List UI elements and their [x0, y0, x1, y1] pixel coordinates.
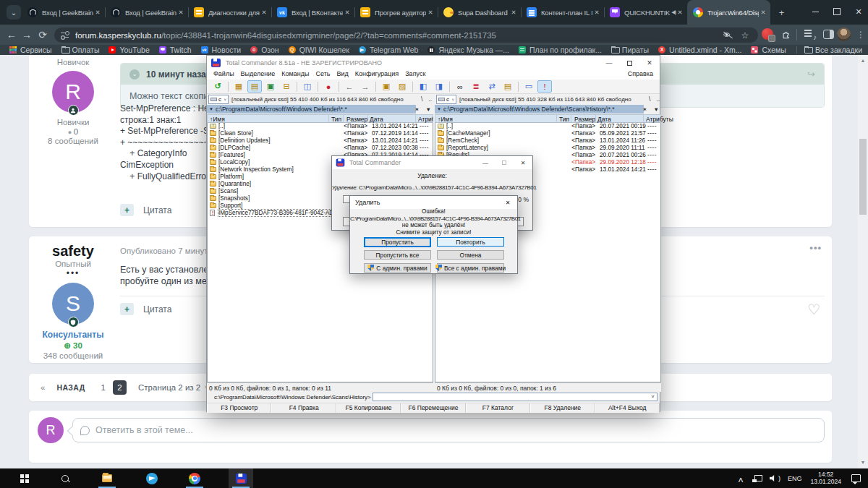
tc-netfolder-icon[interactable]: ▤ [501, 80, 515, 93]
file-row[interactable]: [CacheManager] <Папка> 05.09.2021 21:57 … [436, 130, 661, 137]
quote-share-icon[interactable]: ↪ [807, 69, 815, 80]
browser-tab[interactable]: Вход | GeekBrains - о ✕ [105, 0, 188, 25]
scroll-down-icon[interactable]: ▼ [858, 458, 868, 467]
bookmark-item[interactable]: QIWI Кошелек [289, 46, 349, 54]
new-tab-button[interactable]: + [775, 7, 788, 19]
browser-tab[interactable]: Прогрев аудитории ✕ [354, 0, 438, 25]
tc-menu-item[interactable]: Конфигурация [355, 70, 399, 80]
tab-search-button[interactable]: ⌄ [7, 5, 21, 20]
all-bookmarks-button[interactable]: Все закладки [796, 45, 862, 55]
tc-column-size[interactable]: Размер [346, 116, 367, 123]
bookmark-item[interactable]: Сервисы [9, 46, 52, 54]
tc-fn-button[interactable]: F5 Копирование [336, 403, 401, 413]
error-button-4[interactable]: Отмена [437, 250, 504, 260]
tab-close-icon[interactable]: ✕ [426, 8, 435, 17]
tc-search-icon[interactable]: ∞ [453, 80, 467, 93]
file-row[interactable]: [DLPCache] <Папка> 07.12.2023 00:38 ---- [208, 145, 433, 152]
tc-column-name[interactable]: ↑Имя [210, 116, 225, 123]
tc-menu-item[interactable]: Запуск [405, 70, 425, 80]
pagination-back[interactable]: НАЗАД [56, 383, 85, 392]
tc-compare-icon[interactable]: ≣ [469, 80, 483, 93]
tc-minimize-button[interactable]: — [599, 56, 619, 70]
dialog-minimize-button[interactable]: — [476, 156, 495, 169]
tc-quick-view-icon[interactable]: ◫ [300, 80, 315, 93]
tc-menu-item[interactable]: Команды [281, 70, 309, 80]
bookmark-item[interactable]: YouTube [109, 46, 149, 54]
tc-left-drive-combo[interactable]: c˅ [208, 95, 229, 104]
browser-tab[interactable]: Supa Dashboard ✕ [438, 0, 521, 25]
site-info-icon[interactable] [61, 31, 69, 40]
tc-tree-view-icon[interactable]: ⊟ [279, 80, 294, 93]
bookmark-item[interactable]: Untitled.xmind - Xm... [658, 46, 741, 54]
dialog-close-button[interactable]: ✕ [514, 156, 532, 169]
file-row[interactable]: [..] <Папка> 13.01.2024 14:21 ---- [208, 123, 433, 130]
pagination-page-2-current[interactable]: 2 [113, 380, 127, 395]
column-separator[interactable] [595, 115, 596, 122]
tc-menu-item[interactable]: Выделение [241, 70, 276, 80]
hidden-eye-icon[interactable] [722, 30, 733, 41]
tc-fn-button[interactable]: F7 Каталог [466, 403, 530, 413]
tc-back-icon[interactable]: ← [342, 80, 357, 93]
taskbar-chrome-button[interactable] [182, 468, 207, 488]
tc-fn-button[interactable]: Alt+F4 Выход [595, 403, 660, 413]
taskbar-telegram-button[interactable] [140, 468, 164, 488]
column-separator[interactable] [328, 115, 329, 122]
scrollbar-thumb[interactable] [859, 139, 867, 215]
tab-close-icon[interactable]: ✕ [592, 8, 601, 17]
error-button-5[interactable]: С админ. правами [364, 263, 431, 273]
extensions-puzzle-icon[interactable] [781, 29, 792, 40]
file-row[interactable]: [Clean Store] <Папка> 07.12.2019 14:14 -… [208, 130, 433, 137]
browser-tab[interactable]: Вход | ВКонтакте ✕ [271, 0, 354, 25]
browser-tab[interactable]: Trojan:Win64/Disguis ✕ [687, 0, 770, 25]
taskbar-explorer-button[interactable] [95, 468, 119, 488]
tc-menu-help[interactable]: Справка [628, 70, 653, 80]
tc-notes-icon[interactable]: ! [537, 80, 552, 93]
tc-menu-item[interactable]: Файлы [213, 70, 234, 80]
tc-pack-icon[interactable]: ▣ [379, 80, 393, 93]
page-scrollbar[interactable]: ▲ ▼ [858, 55, 868, 468]
file-row[interactable]: [..] <Папка> 20.07.2021 00:19 ---- [436, 123, 661, 130]
bookmark-item[interactable]: Новости [201, 46, 242, 54]
bookmark-item[interactable]: Оплаты [61, 46, 100, 54]
error-button-3[interactable]: Пропустить все [364, 250, 431, 260]
tc-title-bar[interactable]: Total Commander 8.51a - НЕ ЗАРЕГИСТРИРОВ… [207, 56, 660, 70]
media-controls-icon[interactable] [804, 29, 817, 40]
error-button-6[interactable]: Все с админ. правами [437, 263, 504, 273]
file-row[interactable]: [ReportLatency] <Папка> 29.09.2020 11:11… [436, 145, 661, 152]
taskbar-clock[interactable]: 14:5213.01.2024 [810, 471, 841, 485]
back-button[interactable]: ← [4, 27, 19, 42]
tc-column-date[interactable]: Дата [597, 116, 611, 123]
tc-thumbs-view-icon[interactable]: ▣ [263, 80, 278, 93]
tc-ftp-icon[interactable]: ◧ [416, 80, 430, 93]
browser-tab[interactable]: Вход | GeekBrains - о ✕ [22, 0, 105, 25]
post-options-icon[interactable]: ••• [809, 242, 822, 253]
tray-expand-icon[interactable]: ˄ [738, 479, 744, 483]
column-separator[interactable] [343, 115, 344, 122]
column-separator[interactable] [643, 115, 644, 122]
pagination-page-1[interactable]: 1 [101, 383, 106, 392]
tc-maximize-button[interactable] [619, 56, 639, 70]
bookmark-item[interactable]: Схемы [751, 46, 786, 54]
bookmark-item[interactable]: Озон [250, 46, 279, 54]
collapse-quote-icon[interactable]: ⌄ [129, 69, 140, 80]
tc-menu-item[interactable]: Сеть [315, 70, 330, 80]
column-separator[interactable] [571, 115, 571, 122]
language-indicator[interactable]: ENG [788, 475, 802, 482]
author-group[interactable]: Новички [29, 118, 117, 127]
reply-input[interactable]: Ответить в этой теме... [72, 418, 825, 442]
tc-column-type[interactable]: Тип [331, 116, 341, 123]
tab-close-icon[interactable]: ✕ [260, 8, 268, 17]
tc-left-path[interactable]: ▼c:\ProgramData\Microsoft\Windows Defend… [207, 105, 416, 114]
address-bar[interactable]: forum.kasperskyclub.ru/topic/438841-troj… [54, 27, 758, 43]
tc-column-type[interactable]: Тип [559, 116, 569, 123]
tc-right-history-icon[interactable]: ▼ [654, 106, 659, 113]
like-heart-icon[interactable]: ♡ [804, 300, 823, 319]
bookmark-item[interactable]: Twitch [159, 46, 192, 54]
browser-menu-icon[interactable]: ⋮ [856, 27, 865, 42]
tc-full-view-icon[interactable]: ▤ [247, 80, 262, 93]
taskbar-totalcmd-button[interactable] [229, 468, 253, 488]
tc-unpack-icon[interactable]: ▨ [395, 80, 409, 93]
browser-tab[interactable]: Диагностики для уч ✕ [188, 0, 271, 25]
forward-button[interactable]: → [20, 27, 34, 42]
file-row[interactable]: [Definition Updates] <Папка> 13.01.2024 … [208, 137, 433, 145]
